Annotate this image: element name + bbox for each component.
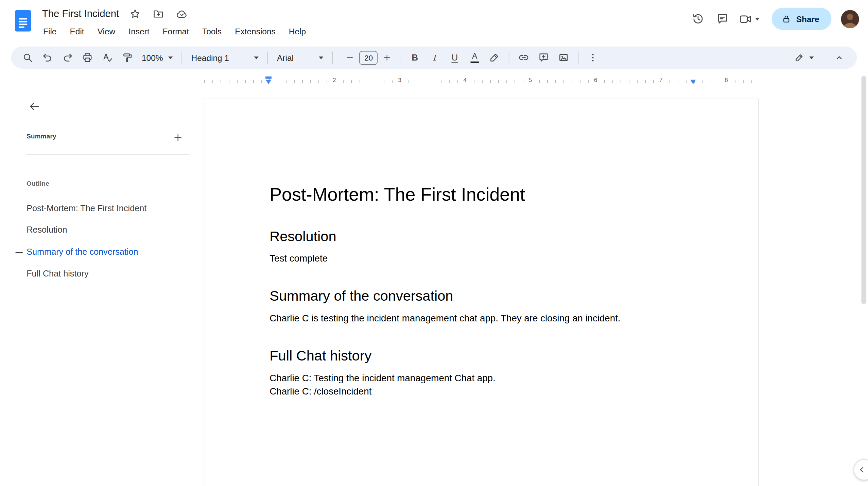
title-row: The First Incident bbox=[42, 7, 189, 21]
font-family-value: Arial bbox=[277, 53, 294, 63]
text-color-bar bbox=[470, 61, 479, 63]
menu-format[interactable]: Format bbox=[156, 24, 195, 39]
left-indent-marker[interactable] bbox=[266, 80, 271, 84]
back-arrow-icon[interactable] bbox=[23, 95, 45, 117]
menu-help[interactable]: Help bbox=[282, 24, 312, 39]
insert-image-icon[interactable] bbox=[554, 49, 574, 66]
avatar[interactable] bbox=[841, 10, 859, 28]
zoom-select[interactable]: 100% bbox=[137, 49, 177, 66]
ruler-number: 8 bbox=[723, 76, 729, 84]
print-icon[interactable] bbox=[77, 49, 98, 66]
insert-link-icon[interactable] bbox=[514, 49, 534, 66]
paragraph-style-select[interactable]: Heading 1 bbox=[187, 49, 263, 66]
highlight-color-icon[interactable] bbox=[485, 49, 505, 66]
ruler-ticks bbox=[204, 80, 759, 83]
document-title[interactable]: The First Incident bbox=[42, 8, 119, 20]
menu-view[interactable]: View bbox=[91, 24, 122, 39]
redo-icon[interactable] bbox=[57, 49, 77, 66]
doc-paragraph[interactable]: Test complete bbox=[270, 252, 693, 265]
toolbar-right-group bbox=[791, 49, 849, 66]
outline-section-label: Outline bbox=[27, 180, 49, 187]
header-actions: Share bbox=[686, 7, 859, 31]
topbar: The First Incident Fi bbox=[0, 0, 868, 47]
ruler-number: 5 bbox=[527, 76, 534, 84]
font-size-input[interactable]: 20 bbox=[360, 51, 378, 65]
underline-icon[interactable]: U bbox=[445, 49, 465, 66]
ruler-number: 7 bbox=[658, 76, 664, 84]
doc-paragraph[interactable]: Charlie C: /closeIncident bbox=[270, 385, 693, 398]
cloud-saved-icon[interactable] bbox=[174, 7, 189, 21]
italic-icon[interactable]: I bbox=[425, 49, 445, 66]
horizontal-ruler[interactable]: 1 2 3 4 5 6 7 8 bbox=[0, 73, 868, 89]
lock-icon bbox=[782, 14, 791, 24]
undo-icon[interactable] bbox=[38, 49, 58, 66]
decrease-font-size-button[interactable] bbox=[342, 49, 359, 66]
outline-list: Post-Mortem: The First Incident Resoluti… bbox=[27, 197, 193, 285]
doc-section-heading[interactable]: Summary of the conversation bbox=[270, 287, 693, 304]
share-label: Share bbox=[796, 14, 819, 24]
star-icon[interactable] bbox=[128, 7, 142, 21]
paragraph-style-value: Heading 1 bbox=[191, 53, 229, 63]
doc-title-heading[interactable]: Post-Mortem: The First Incident bbox=[270, 183, 693, 205]
ruler-number: 2 bbox=[331, 76, 337, 84]
outline-item[interactable]: Post-Mortem: The First Incident bbox=[27, 197, 193, 219]
more-options-icon[interactable] bbox=[583, 49, 603, 66]
chevron-left-icon bbox=[857, 465, 867, 475]
right-indent-marker[interactable] bbox=[690, 80, 696, 84]
menu-insert[interactable]: Insert bbox=[122, 24, 156, 39]
toolbar-divider bbox=[332, 51, 333, 64]
move-folder-icon[interactable] bbox=[151, 7, 166, 21]
font-family-select[interactable]: Arial bbox=[273, 49, 328, 66]
menu-extensions[interactable]: Extensions bbox=[228, 24, 282, 39]
chevron-down-icon bbox=[169, 56, 173, 59]
doc-section-heading[interactable]: Resolution bbox=[270, 228, 693, 244]
vertical-scrollbar[interactable] bbox=[861, 76, 866, 304]
menubar: File Edit View Insert Format Tools Exten… bbox=[37, 24, 313, 39]
toolbar-divider bbox=[509, 51, 510, 64]
edit-mode-pencil-icon bbox=[794, 52, 805, 63]
doc-section-heading[interactable]: Full Chat history bbox=[270, 347, 693, 364]
toolbar: 100% Heading 1 Arial 20 B I U bbox=[11, 47, 857, 69]
outline-item[interactable]: Resolution bbox=[27, 219, 193, 241]
menu-tools[interactable]: Tools bbox=[195, 24, 228, 39]
spellcheck-icon[interactable] bbox=[98, 49, 118, 66]
doc-paragraph[interactable]: Charlie C: Testing the incident manageme… bbox=[270, 372, 693, 385]
toolbar-divider bbox=[182, 51, 183, 64]
document-page[interactable]: Post-Mortem: The First Incident Resoluti… bbox=[204, 99, 759, 486]
menu-edit[interactable]: Edit bbox=[63, 24, 91, 39]
doc-paragraph[interactable]: Charlie C is testing the incident manage… bbox=[270, 312, 693, 325]
collapse-menus-icon[interactable] bbox=[829, 49, 849, 66]
chevron-down-icon bbox=[809, 56, 814, 59]
ruler-number: 3 bbox=[396, 76, 403, 84]
summary-section-label: Summary bbox=[27, 133, 56, 140]
chevron-down-icon bbox=[254, 56, 259, 59]
outline-item-active[interactable]: Summary of the conversation bbox=[27, 241, 193, 263]
version-history-icon[interactable] bbox=[686, 8, 711, 30]
chevron-down-icon bbox=[755, 17, 760, 20]
video-call-button[interactable] bbox=[735, 8, 764, 30]
outline-item[interactable]: Full Chat history bbox=[27, 263, 193, 285]
add-summary-icon[interactable] bbox=[167, 126, 189, 148]
bold-icon[interactable]: B bbox=[405, 49, 425, 66]
video-call-icon bbox=[739, 13, 752, 25]
search-menus-icon[interactable] bbox=[18, 49, 38, 66]
sidebar-divider bbox=[27, 154, 189, 155]
google-docs-app: The First Incident Fi bbox=[0, 0, 868, 486]
zoom-value: 100% bbox=[142, 53, 163, 63]
paint-format-icon[interactable] bbox=[117, 49, 137, 66]
docs-logo[interactable] bbox=[15, 10, 31, 32]
chevron-down-icon bbox=[319, 56, 324, 59]
first-line-indent-marker[interactable] bbox=[265, 77, 272, 79]
increase-font-size-button[interactable] bbox=[379, 49, 396, 66]
comments-icon[interactable] bbox=[710, 8, 735, 30]
menu-file[interactable]: File bbox=[37, 24, 63, 39]
editing-mode-select[interactable] bbox=[791, 49, 817, 66]
add-comment-icon[interactable] bbox=[534, 49, 554, 66]
share-button[interactable]: Share bbox=[772, 8, 831, 30]
current-section-marker bbox=[16, 252, 23, 253]
text-color-icon[interactable]: A bbox=[465, 49, 485, 66]
ruler-number: 6 bbox=[592, 76, 599, 84]
ruler-number: 4 bbox=[462, 76, 468, 84]
toolbar-divider bbox=[400, 51, 401, 64]
toolbar-divider bbox=[267, 51, 268, 64]
